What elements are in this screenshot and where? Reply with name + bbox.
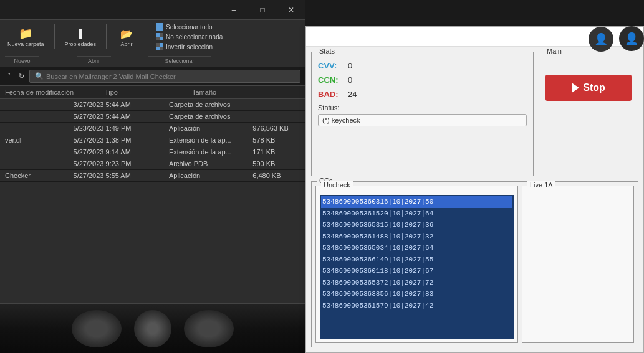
file-type: Extensión de la ap... [169,148,252,156]
table-row[interactable]: ver.dll 5/27/2023 1:38 PM Extensión de l… [0,134,305,146]
seleccionar-todo-label: Seleccionar todo [166,24,213,31]
live-group: Live 1A [522,186,634,343]
file-type: Archivo PDB [169,160,252,167]
no-seleccionar-button[interactable]: No seleccionar nada [155,32,224,41]
app-minimize-button[interactable]: – [557,27,586,47]
no-seleccionar-label: No seleccionar nada [166,34,223,40]
user-avatar-icon: 👤 [625,32,638,45]
file-list: 3/27/2023 5:44 AM Carpeta de archivos 5/… [0,99,305,303]
user-avatar: 👤 [594,32,608,46]
list-item: 5348690005360118|10|2027|67 [321,265,512,277]
search-box[interactable]: 🔍 Buscar en Mailranger 2 Valid Mail Chec… [29,70,300,83]
ccn-label: CCN: [318,75,343,85]
stop-triangle-icon [572,83,579,93]
status-input: (*) keycheck [318,114,527,126]
explorer-minimize-button[interactable]: – [219,0,248,20]
main-group: Main Stop [539,52,638,176]
file-date: 5/27/2023 9:23 PM [74,160,169,167]
ribbon-section-labels: Nuevo Abrir Seleccionar [5,55,300,64]
file-date: 5/23/2023 1:49 PM [74,125,169,132]
cvv-label: CVV: [318,61,343,70]
propiedades-icon [73,26,88,41]
invertir-seleccion-button[interactable]: Invertir selección [155,42,224,51]
nav-down-button[interactable]: ˅ [5,71,14,82]
bad-row: BAD: 24 [318,90,527,99]
user-icon-top: 👤 [619,26,644,51]
nuevo-section-label: Nuevo [5,56,39,64]
file-type: Extensión de la ap... [169,136,252,144]
uncheck-label: Uncheck [321,181,353,189]
status-value: (*) keycheck [322,116,360,124]
ccs-group: CCs Uncheck 5348690005360316|10|2027|505… [311,181,638,347]
top-row: Stats CVV: 0 CCN: 0 BAD: 24 Status: (*) … [311,52,638,176]
ribbon-divider-1 [54,24,55,49]
thumb-circle-center [134,310,171,347]
thumb-circle-left [72,310,122,347]
abrir-section-label: Abrir [77,56,111,64]
col-fecha-header: Fecha de modificación [5,88,105,96]
table-row[interactable]: 5/27/2023 9:14 AM Extensión de la ap... … [0,146,305,158]
live-label: Live 1A [527,181,555,189]
nav-refresh-button[interactable]: ↻ [16,71,27,82]
file-type: Aplicación [169,172,252,179]
bad-value: 24 [348,90,357,99]
table-row[interactable]: 5/23/2023 1:49 PM Aplicación 976,563 KB [0,123,305,134]
file-name: Checker [5,172,71,179]
cc-list-scroll[interactable]: 5348690005360316|10|2027|505348690005361… [320,195,514,339]
cc-list-container[interactable]: 5348690005360316|10|2027|505348690005361… [320,195,514,339]
invertir-label: Invertir selección [166,44,213,50]
bottom-thumbnail-bar [0,303,305,353]
abrir-icon: 📂 [119,26,134,41]
file-type: Carpeta de archivos [169,113,252,120]
table-row[interactable]: 5/27/2023 9:23 PM Archivo PDB 590 KB [0,158,305,170]
seleccionar-todo-icon [156,23,163,31]
abrir-button[interactable]: 📂 Abrir [114,25,139,49]
file-date: 5/27/2023 1:38 PM [74,136,169,144]
list-item: 5348690005366149|10|2027|55 [321,254,512,266]
ccn-row: CCN: 0 [318,75,527,85]
file-date: 3/27/2023 5:44 AM [74,101,169,108]
properties-visual-icon [79,29,82,39]
bad-label: BAD: [318,90,343,99]
list-item: 5348690005361579|10|2027|42 [321,300,512,312]
file-date: 5/27/2023 5:55 AM [74,172,169,179]
seleccionar-section-label: Seleccionar [148,56,211,64]
ribbon-row: 📁 Nueva carpeta Propiedades 📂 [5,22,300,54]
table-row[interactable]: 3/27/2023 5:44 AM Carpeta de archivos [0,99,305,111]
propiedades-button[interactable]: Propiedades [62,25,99,49]
uncheck-group: Uncheck 5348690005360316|10|2027|5053486… [315,186,518,343]
file-type: Carpeta de archivos [169,101,252,108]
list-item: 5348690005365315|10|2027|36 [321,219,512,231]
table-row[interactable]: Checker 5/27/2023 5:55 AM Aplicación 6,4… [0,170,305,182]
file-type: Aplicación [169,125,252,132]
file-size: 6,480 KB [252,172,300,179]
stop-button[interactable]: Stop [545,75,632,101]
list-item: 5348690005361488|10|2027|32 [321,231,512,243]
table-row[interactable]: 5/27/2023 5:44 AM Carpeta de archivos [0,111,305,123]
nueva-carpeta-label: Nueva carpeta [7,41,44,48]
no-seleccionar-icon [156,33,163,40]
explorer-window: – □ ✕ 📁 Nueva carpeta [0,0,305,353]
file-size: 590 KB [252,160,300,167]
file-size: 171 KB [252,148,300,156]
nueva-carpeta-button[interactable]: 📁 Nueva carpeta [5,25,47,49]
list-item: 5348690005365034|10|2027|64 [321,242,512,254]
seleccionar-todo-button[interactable]: Seleccionar todo [155,22,224,31]
thumb-circle-right [184,310,234,347]
explorer-maximize-button[interactable]: □ [248,0,277,20]
seleccionar-group: Seleccionar todo No seleccionar nada Inv… [155,22,224,51]
ribbon-divider-2 [106,24,107,49]
stats-label: Stats [317,47,337,55]
user-icon: 👤 [589,27,613,52]
propiedades-label: Propiedades [65,41,97,47]
explorer-close-button[interactable]: ✕ [277,0,305,20]
address-bar: ˅ ↻ 🔍 Buscar en Mailranger 2 Valid Mail … [0,67,305,86]
file-name: ver.dll [5,136,71,144]
file-date: 5/27/2023 9:14 AM [74,148,169,156]
ribbon: 📁 Nueva carpeta Propiedades 📂 [0,20,305,67]
app-window: – □ ✕ 👤 Stats CVV: 0 CCN: 0 [305,26,644,353]
bottom-image [0,304,305,353]
stop-icon-container [572,83,579,93]
list-item: 5348690005361520|10|2027|64 [321,208,512,220]
stop-label: Stop [583,82,605,93]
